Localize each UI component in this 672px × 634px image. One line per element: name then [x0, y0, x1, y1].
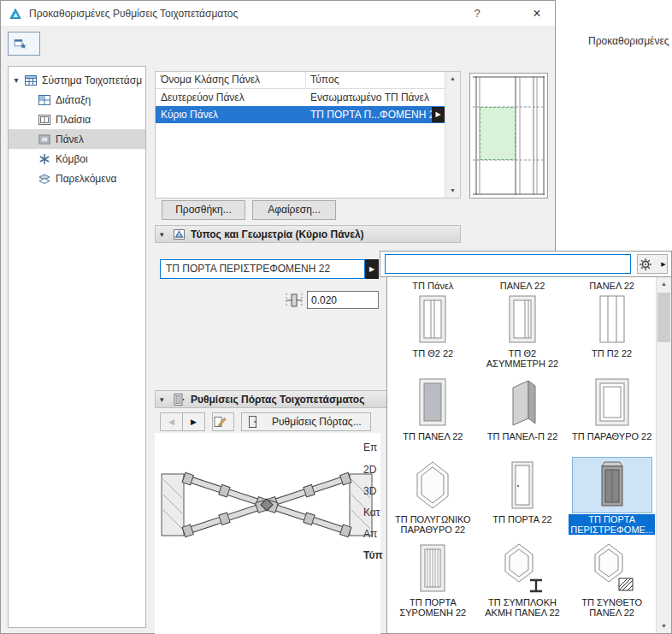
library-item-8[interactable]: ΤΠ ΠΑΡΑΘΥΡΟ 22: [567, 375, 657, 458]
column-header-type[interactable]: Τύπος: [306, 72, 445, 88]
library-item-label: ΤΠ ΠΑΝΕΛ-Π 22: [486, 431, 560, 441]
collapse-icon[interactable]: ▾: [160, 230, 168, 239]
system-grid-icon: [24, 74, 38, 87]
door-plain-icon: [483, 458, 562, 513]
library-item-1[interactable]: ΠΑΝΕΛ 22: [478, 279, 568, 292]
gear-flyout-arrow-icon: ▶: [661, 261, 665, 268]
tree-item-label: Πάνελ: [56, 133, 84, 145]
tree-item-0[interactable]: ▾Σύστημα Τοιχοπετάσμ: [9, 70, 145, 90]
section-type-geometry[interactable]: ▾ Τύπος και Γεωμετρία (Κύριο Πάνελ): [155, 225, 461, 243]
library-item-7[interactable]: ΤΠ ΠΑΝΕΛ-Π 22: [478, 375, 568, 458]
tree-item-label: Κόμβοι: [56, 153, 88, 165]
library-grid: ΤΠ ΠάνελΠΑΝΕΛ 22ΠΑΝΕΛ 22ΤΠ Θ2 22ΤΠ Θ2ΑΣΥ…: [388, 277, 657, 633]
library-item-6[interactable]: ΤΠ ΠΑΝΕΛ 22: [388, 375, 478, 458]
complex-edge-panel-icon: [483, 541, 562, 595]
remove-button[interactable]: Αφαίρεση...: [252, 200, 336, 220]
row-flyout-button[interactable]: ▶: [432, 107, 445, 122]
geometry-section-icon: [173, 228, 186, 241]
table-row-1[interactable]: Κύριο ΠάνελΤΠ ΠΟΡΤΑ Π...ΦΟΜΕΝΗ 22▶: [156, 106, 445, 123]
panel-table-header: Όνομα Κλάσης Πάνελ Τύπος: [156, 72, 445, 89]
edit-icon: [213, 415, 227, 429]
panel-type-cell: Ενσωματωμένο ΤΠ Πάνελ: [306, 89, 445, 106]
library-item-4[interactable]: ΤΠ Θ2ΑΣΥΜΜΕΤΡΗ 22: [478, 292, 568, 375]
help-button[interactable]: ?: [461, 1, 493, 26]
library-item-13[interactable]: ΤΠ ΣΥΜΠΛΟΚΗΑΚΜΗ ΠΑΝΕΛ 22: [478, 541, 568, 624]
tree-item-1[interactable]: Διάταξη: [9, 90, 145, 110]
library-item-label: ΤΠ Π2 22: [590, 348, 634, 358]
library-item-label: ΤΠ ΠΑΝΕΛ 22: [401, 431, 464, 441]
tree-caret-icon[interactable]: ▾: [10, 75, 22, 85]
gear-icon: [639, 258, 652, 271]
door-param-label-2: 3D: [363, 485, 386, 497]
scroll-down-icon[interactable]: ▼: [657, 619, 671, 633]
panel-pi2-icon: [573, 292, 651, 347]
panel-type-dropdown[interactable]: ΤΠ ΠΟΡΤΑ ΠΕΡΙΣΤΡΕΦΟΜΕΝΗ 22: [160, 259, 365, 279]
scroll-up-icon[interactable]: ▲: [657, 277, 671, 291]
panel-class-name-cell: Κύριο Πάνελ: [156, 106, 306, 123]
library-popup-searchbar: ▶: [380, 251, 672, 277]
library-item-label: ΤΠ ΠΑΡΑΘΥΡΟ 22: [570, 431, 653, 441]
layout-icon: [38, 93, 51, 107]
library-item-label: ΤΠ ΠΟΛΥΓΩΝΙΚΟΠΑΡΑΘΥΡΟ 22: [393, 514, 473, 535]
panel-theta2-asym-icon: [483, 292, 562, 347]
door-param-label-5: Τύπ: [363, 549, 386, 561]
collapse-icon[interactable]: ▾: [160, 395, 168, 404]
library-item-11[interactable]: ΤΠ ΠΟΡΤΑΠΕΡΙΣΤΡΕΦΟΜΕ...: [567, 458, 657, 541]
gear-button[interactable]: ▶: [637, 254, 668, 274]
panel-theta2-icon: [393, 292, 472, 347]
joints-icon: [38, 152, 51, 166]
door-params: Επ2D3DΚατΑπΤύπ: [363, 433, 386, 634]
door-settings-tab[interactable]: Ρυθμίσεις Πόρτας...: [241, 412, 371, 431]
panel-class-table: Όνομα Κλάσης Πάνελ Τύπος Δευτερεύον Πάνε…: [155, 71, 461, 198]
polygon-window-icon: [393, 458, 472, 513]
panel-type-cell: ΤΠ ΠΟΡΤΑ Π...ΦΟΜΕΝΗ 22: [306, 106, 445, 123]
nav-back-button[interactable]: ◀: [160, 412, 183, 431]
scroll-down-icon[interactable]: ▼: [445, 184, 460, 198]
tree-item-3[interactable]: Πάνελ: [9, 129, 145, 149]
thickness-input[interactable]: [307, 291, 379, 309]
door-settings-tab-label: Ρυθμίσεις Πόρτας...: [272, 413, 362, 430]
panel-solid-icon: [393, 375, 472, 430]
table-row-0[interactable]: Δευτερεύον ΠάνελΕνσωματωμένο ΤΠ Πάνελ: [156, 89, 445, 106]
panel-type-flyout-button[interactable]: ▶: [365, 259, 379, 279]
library-item-12[interactable]: ΤΠ ΠΟΡΤΑΣΥΡΟΜΕΝΗ 22: [388, 541, 478, 624]
popup-scrollbar[interactable]: ▲ ▼: [656, 277, 671, 633]
door-param-label-0: Επ: [363, 441, 386, 453]
library-item-label: ΠΑΝΕΛ 22: [587, 281, 636, 291]
dialog-title: Προκαθορισμένες Ρυθμίσεις Τοιχοπετάσματο…: [29, 8, 238, 20]
library-item-10[interactable]: ΤΠ ΠΟΡΤΑ 22: [478, 458, 568, 541]
add-button[interactable]: Προσθήκη...: [162, 200, 245, 220]
nav-forward-button[interactable]: ▶: [182, 412, 205, 431]
edit-settings-button[interactable]: [212, 412, 234, 431]
favorites-button[interactable]: [8, 32, 40, 56]
tree-item-label: Παρελκόμενα: [56, 173, 117, 185]
library-item-9[interactable]: ΤΠ ΠΟΛΥΓΩΝΙΚΟΠΑΡΑΘΥΡΟ 22: [388, 458, 478, 541]
curtain-wall-preview: [469, 73, 548, 198]
library-item-label: ΠΑΝΕΛ 22: [498, 281, 547, 291]
library-item-label: ΤΠ Θ2ΑΣΥΜΜΕΤΡΗ 22: [485, 348, 560, 369]
door-preview-drawing: [160, 436, 374, 582]
tree-item-5[interactable]: Παρελκόμενα: [9, 169, 145, 188]
table-scrollbar[interactable]: ▲ ▼: [445, 72, 460, 198]
library-item-14[interactable]: ΤΠ ΣΥΝΘΕΤΟΠΑΝΕΛ 22: [567, 541, 657, 624]
library-item-label: ΤΠ ΠΟΡΤΑΣΥΡΟΜΕΝΗ 22: [398, 597, 468, 618]
panel-thickness-icon: [284, 293, 304, 308]
composite-panel-icon: [573, 541, 651, 595]
scroll-up-icon[interactable]: ▲: [445, 72, 460, 86]
frames-icon: [38, 113, 51, 127]
scrollbar-thumb[interactable]: [657, 293, 670, 342]
tree-item-2[interactable]: Πλαίσια: [9, 110, 145, 129]
search-input[interactable]: [385, 254, 631, 274]
section-title: Τύπος και Γεωμετρία (Κύριο Πάνελ): [191, 228, 364, 240]
tree-item-label: Διάταξη: [56, 94, 91, 106]
library-item-2[interactable]: ΠΑΝΕΛ 22: [567, 279, 657, 292]
library-item-0[interactable]: ΤΠ Πάνελ: [388, 279, 478, 292]
close-button[interactable]: ×: [519, 1, 555, 26]
app-logo-icon: [9, 7, 22, 21]
library-item-label: ΤΠ ΠΟΡΤΑΠΕΡΙΣΤΡΕΦΟΜΕ...: [569, 514, 655, 535]
defaults-favorites-label[interactable]: Προκαθορισμένες: [588, 35, 669, 47]
library-item-3[interactable]: ΤΠ Θ2 22: [388, 292, 478, 375]
library-item-5[interactable]: ΤΠ Π2 22: [567, 292, 657, 375]
column-header-name[interactable]: Όνομα Κλάσης Πάνελ: [156, 72, 306, 88]
tree-item-4[interactable]: Κόμβοι: [9, 149, 145, 169]
